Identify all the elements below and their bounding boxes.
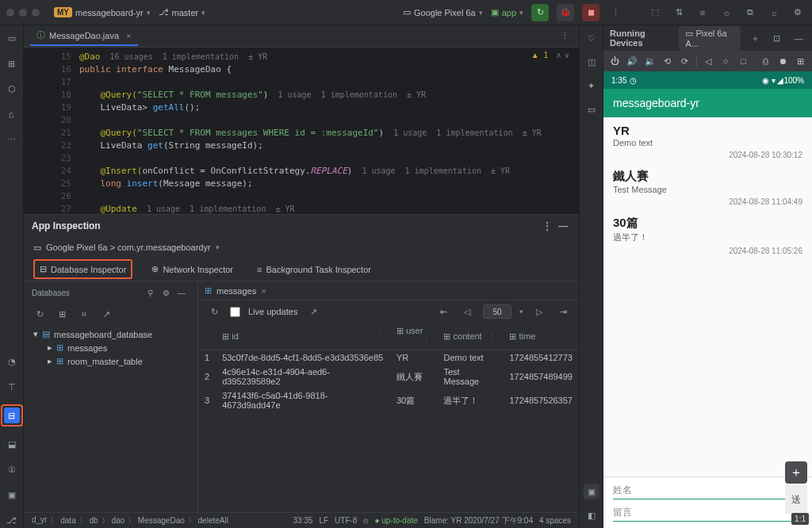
refresh-icon[interactable]: ↻ xyxy=(206,304,222,319)
rotate-left-icon[interactable]: ⟲ xyxy=(661,53,674,69)
query-icon[interactable]: ⌗ xyxy=(76,306,92,322)
panel-minimize[interactable]: — xyxy=(792,30,806,46)
table-icon[interactable]: ⊞ xyxy=(54,306,70,322)
layout-inspector-icon[interactable]: ◧ xyxy=(584,507,599,523)
resource-icon[interactable]: ⬡ xyxy=(4,81,20,97)
tab-options[interactable]: ⋮ xyxy=(557,29,573,44)
tool-build-icon[interactable]: ⬓ xyxy=(4,436,20,452)
zoom-indicator[interactable]: 1:1 xyxy=(791,513,809,525)
device-selector[interactable]: ▭ Google Pixel 6a ▾ xyxy=(403,7,483,17)
live-updates-checkbox[interactable] xyxy=(230,307,240,317)
page-size-input[interactable] xyxy=(483,304,511,319)
gear-icon[interactable]: ⚙ xyxy=(158,285,174,300)
filter-icon[interactable]: ⚲ xyxy=(142,285,158,300)
editor[interactable]: 1516171819202122232425262728 @Dao 16 usa… xyxy=(24,48,579,214)
caret-position[interactable]: 33:35 xyxy=(293,516,312,525)
tool-icon-5[interactable]: ⧉ xyxy=(742,5,758,21)
tool-icon-4[interactable]: ☼ xyxy=(718,5,734,21)
panel-options[interactable]: ⋮ xyxy=(539,218,555,234)
inspection-indicator[interactable]: ▲ 1 ∧ ∨ xyxy=(531,51,569,59)
next-page-icon[interactable]: ▷ xyxy=(531,304,547,319)
vol-up-icon[interactable]: 🔊 xyxy=(626,53,638,69)
settings-icon[interactable]: ⊞ xyxy=(795,53,807,69)
run-button[interactable]: ↻ xyxy=(531,4,549,21)
rotate-right-icon[interactable]: ⟳ xyxy=(679,53,691,69)
screenshot-icon[interactable]: ⎙ xyxy=(759,53,772,69)
add-device[interactable]: ＋ xyxy=(749,30,762,46)
send-button[interactable]: 送 xyxy=(785,485,807,514)
line-separator[interactable]: LF xyxy=(319,516,328,525)
vcs-icon[interactable]: ⎌ xyxy=(4,106,20,122)
project-selector[interactable]: MY messageboard-yr ▾ xyxy=(54,7,151,17)
run-config[interactable]: ▣ app ▾ xyxy=(491,7,523,17)
tool-git-icon[interactable]: ⎇ xyxy=(4,512,20,528)
app-inspection-tool-button[interactable]: ⊟ xyxy=(1,404,23,427)
emulator-icon[interactable]: ▣ xyxy=(584,484,599,499)
home-icon[interactable]: ○ xyxy=(719,53,732,69)
tool-problems-icon[interactable]: ① xyxy=(4,461,20,477)
table-node[interactable]: ▸ ⊞ room_master_table xyxy=(43,354,193,368)
more-icon[interactable]: ⋯ xyxy=(4,132,20,147)
fab-add[interactable]: ＋ xyxy=(785,461,807,484)
list-item[interactable]: 鐵人賽Test Message2024-08-28 11:04:49 xyxy=(603,163,812,209)
db-node[interactable]: ▾ ▤ messageboard_database xyxy=(29,327,193,341)
search-icon[interactable]: ⌕ xyxy=(766,5,782,21)
device-manager-icon[interactable]: ▭ xyxy=(584,101,599,117)
record-icon[interactable]: ⏺ xyxy=(777,53,790,69)
settings-icon[interactable]: ⚙ xyxy=(790,5,806,21)
message-list[interactable]: YRDemo text2024-08-28 10:30:12鐵人賽Test Me… xyxy=(603,117,812,476)
tool-icon-1[interactable]: ⬚ xyxy=(647,5,663,21)
structure-icon[interactable]: ⊞ xyxy=(4,55,20,71)
minimize-icon[interactable]: — xyxy=(174,285,190,300)
list-item[interactable]: YRDemo text2024-08-28 10:30:12 xyxy=(603,117,812,163)
bookmarks-icon[interactable]: ◫ xyxy=(584,54,599,70)
list-item[interactable]: 30篇過半了！2024-08-28 11:05:26 xyxy=(603,209,812,258)
table-row[interactable]: 24c96e14c-e31d-4904-aed6-d395239589e2鐵人賽… xyxy=(198,365,579,388)
data-grid[interactable]: ⊞ id ⋮⊞ user ⋮⊞ content ⋮⊞ time ⋮153c0f7… xyxy=(198,323,579,512)
table-row[interactable]: 153c0f7de-8dd5-4cf1-8dd5-e3d3d3536e85YRD… xyxy=(198,350,579,365)
name-input[interactable]: 姓名 xyxy=(613,484,802,499)
prev-page-icon[interactable]: ◁ xyxy=(459,304,475,319)
tool-icon-2[interactable]: ⇅ xyxy=(671,5,687,21)
refresh-icon[interactable]: ↻ xyxy=(32,306,48,322)
close-icon[interactable]: × xyxy=(261,286,266,296)
database-tree[interactable]: ▾ ▤ messageboard_database ▸ ⊞ messages ▸ xyxy=(24,324,197,371)
panel-minimize[interactable]: — xyxy=(555,218,571,234)
tool-terminal-icon[interactable]: ⊤ xyxy=(4,379,20,395)
table-node[interactable]: ▸ ⊞ messages xyxy=(43,341,193,354)
encoding[interactable]: UTF-8 xyxy=(335,516,357,525)
device-screen[interactable]: 1:35 ◷ ◉ ▾ ◢ 100% messageboard-yr YRDemo… xyxy=(603,71,812,528)
tool-profiler-icon[interactable]: ◔ xyxy=(4,354,20,369)
tab-network-inspector[interactable]: ⊕ Network Inspector xyxy=(147,261,238,277)
blame-info[interactable]: Blame: YR 2020/7/27 下午9:04 xyxy=(424,515,533,526)
window-controls[interactable] xyxy=(6,9,40,17)
editor-tab[interactable]: ⓘ MessageDao.java × xyxy=(30,26,138,46)
readonly-indicator[interactable]: ⦸ xyxy=(363,516,368,526)
vcs-status[interactable]: up-to-date xyxy=(381,516,418,525)
close-icon[interactable]: × xyxy=(126,31,131,40)
code-area[interactable]: @Dao 16 usages 1 implementation ± YRpubl… xyxy=(79,48,579,214)
tool-icon-3[interactable]: ≡ xyxy=(695,5,710,21)
power-icon[interactable]: ⏻ xyxy=(608,53,621,69)
grid-tab-label[interactable]: messages xyxy=(216,286,256,296)
last-page-icon[interactable]: ⇥ xyxy=(555,304,571,319)
tab-database-inspector[interactable]: ⊟ Database Inspector xyxy=(33,259,132,279)
stop-button[interactable]: ◼ xyxy=(582,4,599,21)
table-row[interactable]: 3374143f6-c5a0-41d6-9818-4673d9add47e30篇… xyxy=(198,388,579,412)
notifications-icon[interactable]: ♡ xyxy=(584,30,599,46)
breadcrumb[interactable]: d_yr 〉 data 〉 db 〉 dao 〉 MessageDao 〉 de… xyxy=(32,515,228,526)
tab-background-task-inspector[interactable]: ≡ Background Task Inspector xyxy=(252,262,376,277)
more-button[interactable]: ⋮ xyxy=(607,5,623,21)
overview-icon[interactable]: □ xyxy=(737,53,749,69)
target-device-selector[interactable]: ▭ Google Pixel 6a > com.yr.messageboardy… xyxy=(24,237,579,258)
tool-logcat-icon[interactable]: ▣ xyxy=(4,487,20,503)
message-input[interactable]: 留言 xyxy=(613,506,802,522)
panel-settings[interactable]: ⊡ xyxy=(770,30,783,46)
indent-info[interactable]: 4 spaces xyxy=(539,516,571,525)
project-tool-icon[interactable]: ▭ xyxy=(4,30,20,46)
first-page-icon[interactable]: ⇤ xyxy=(435,304,451,319)
device-tab[interactable]: ▭ Pixel 6a A... xyxy=(679,26,741,51)
export-icon[interactable]: ↗ xyxy=(98,306,114,322)
back-icon[interactable]: ◁ xyxy=(702,53,714,69)
vol-down-icon[interactable]: 🔉 xyxy=(643,53,656,69)
